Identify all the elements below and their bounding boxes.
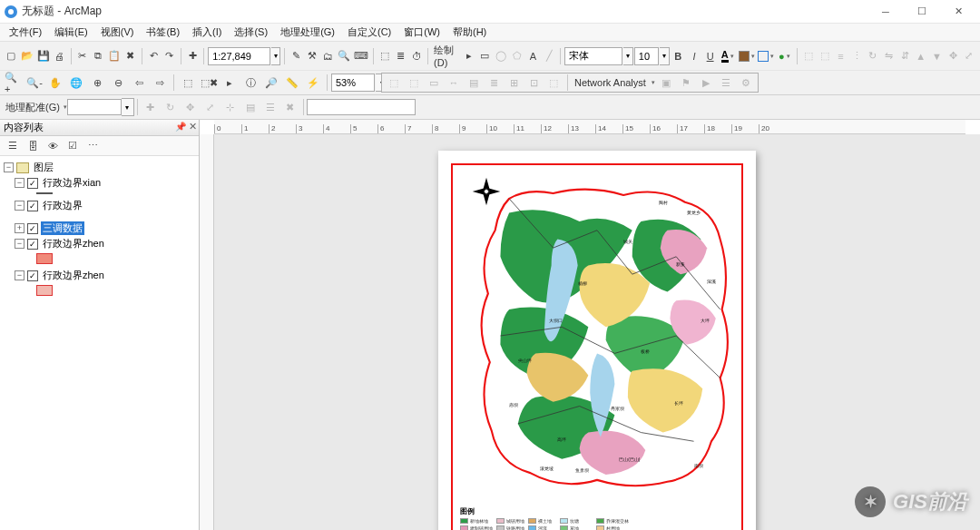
toc-list-by-selection-button[interactable]: ☑ <box>64 137 82 155</box>
na-btn-7[interactable]: ⊞ <box>505 74 523 92</box>
map-frame[interactable]: 陶村黄龙乡城关新集杨柳深溪大坝口大坪尖山坪板桥庙坝冉家坝长坪高坪巴山(巴山)南坝… <box>451 163 743 530</box>
georef-add-point-button[interactable]: ✚ <box>141 97 161 117</box>
order-front-button[interactable]: ▲ <box>913 46 928 66</box>
size-button[interactable]: ⤢ <box>961 46 976 66</box>
menu-view[interactable]: 视图(V) <box>95 24 140 41</box>
toolbox-button[interactable]: ⚒ <box>305 46 320 66</box>
legend[interactable]: 图例 耕地林地城镇用地裸土地坑塘乔灌混交林建制镇用地铁路用地河流草地村用地公路用… <box>460 506 596 530</box>
tree-layer[interactable]: − ✓ 行政边界zhen <box>4 236 195 251</box>
menu-file[interactable]: 文件(F) <box>4 24 47 41</box>
toc-list-by-source-button[interactable]: 🗄 <box>24 137 42 155</box>
delete-button[interactable]: ✖ <box>122 46 138 66</box>
add-data-button[interactable]: ✚ <box>185 46 201 66</box>
expander-icon[interactable]: − <box>15 239 24 249</box>
draw-circle-button[interactable]: ◯ <box>494 46 509 66</box>
scale-dropdown[interactable]: ▾ <box>271 47 281 65</box>
close-button[interactable]: ✕ <box>940 1 976 23</box>
nudge-button[interactable]: ✥ <box>946 46 961 66</box>
results-button[interactable]: ≣ <box>393 46 408 66</box>
layer-checkbox[interactable]: ✓ <box>27 223 38 234</box>
menu-windows[interactable]: 窗口(W) <box>398 24 446 41</box>
select-features-button[interactable]: ⬚ <box>178 73 198 93</box>
na-solve-button[interactable]: ▶ <box>697 74 715 92</box>
flip-v-button[interactable]: ⇵ <box>897 46 913 66</box>
bold-button[interactable]: B <box>671 46 686 66</box>
distribute-button[interactable]: ⋮ <box>849 46 865 66</box>
toc-list-by-visibility-button[interactable]: 👁 <box>44 137 62 155</box>
italic-button[interactable]: I <box>687 46 702 66</box>
group-button[interactable]: ⬚ <box>801 46 817 66</box>
georef-shift-button[interactable]: ✥ <box>181 97 201 117</box>
next-extent-button[interactable]: ⇨ <box>150 73 170 93</box>
save-button[interactable]: 💾 <box>35 46 51 66</box>
georef-delete-link-button[interactable]: ✖ <box>280 97 300 117</box>
tree-root[interactable]: − 图层 <box>4 160 195 175</box>
catalog-button[interactable]: 🗂 <box>320 46 336 66</box>
editor-toolbar-button[interactable]: ✎ <box>289 46 304 66</box>
measure-button[interactable]: 📏 <box>282 73 302 93</box>
expander-icon[interactable]: − <box>4 162 14 172</box>
cut-button[interactable]: ✂ <box>74 46 90 66</box>
na-btn-4[interactable]: ↔ <box>445 74 463 92</box>
menu-bookmarks[interactable]: 书签(B) <box>141 24 185 41</box>
tree-layer[interactable]: − ✓ 行政边界zhen <box>4 268 195 283</box>
toc-pin-icon[interactable]: 📌 <box>175 122 186 132</box>
copy-button[interactable]: ⧉ <box>91 46 106 66</box>
minimize-button[interactable]: ─ <box>867 1 904 23</box>
na-btn-9[interactable]: ⬚ <box>544 74 563 92</box>
select-elements-button[interactable]: ▸ <box>220 73 240 93</box>
redo-button[interactable]: ↷ <box>162 46 177 66</box>
toc-list-by-drawing-button[interactable]: ☰ <box>4 137 22 155</box>
menu-selection[interactable]: 选择(S) <box>229 24 273 41</box>
layer-checkbox[interactable]: ✓ <box>27 178 38 189</box>
draw-rect-button[interactable]: ▭ <box>477 46 493 66</box>
python-button[interactable]: ⌨ <box>353 46 369 66</box>
tree-layer[interactable]: − ✓ 行政边界 <box>4 198 195 213</box>
na-directions-button[interactable]: ☰ <box>717 74 735 92</box>
georef-table-button[interactable]: ▤ <box>240 97 260 117</box>
identify-button[interactable]: ⓘ <box>240 73 260 93</box>
font-color-button[interactable]: A▾ <box>719 47 737 65</box>
zoom-out-button[interactable]: 🔍- <box>24 73 44 93</box>
tree-layer[interactable]: + ✓ 三调数据 <box>4 221 195 236</box>
layout-view[interactable]: 01234567891011121314151617181920 <box>200 120 980 530</box>
font-family-select[interactable]: 宋体 <box>564 47 622 65</box>
ungroup-button[interactable]: ⬚ <box>818 46 833 66</box>
na-window-button[interactable]: ▣ <box>657 74 675 92</box>
na-btn-5[interactable]: ▤ <box>465 74 483 92</box>
time-slider-button[interactable]: ⏱ <box>409 46 425 66</box>
expander-icon[interactable]: + <box>15 223 24 233</box>
georef-scale-button[interactable]: ⤢ <box>201 97 220 117</box>
full-extent-button[interactable]: 🌐 <box>66 73 86 93</box>
na-btn-8[interactable]: ⊡ <box>524 74 543 92</box>
print-button[interactable]: 🖨 <box>52 46 67 66</box>
rotate-button[interactable]: ↻ <box>865 46 880 66</box>
fill-color-button[interactable]: ▾ <box>738 47 756 65</box>
hyperlink-button[interactable]: ⚡ <box>303 73 323 93</box>
prev-extent-button[interactable]: ⇦ <box>129 73 149 93</box>
layer-checkbox[interactable]: ✓ <box>27 270 38 281</box>
georef-link-button[interactable]: ⊹ <box>220 97 240 117</box>
order-back-button[interactable]: ▼ <box>929 46 945 66</box>
marker-color-button[interactable]: ●▾ <box>776 47 794 65</box>
menu-geoprocessing[interactable]: 地理处理(G) <box>275 24 340 41</box>
modelbuilder-button[interactable]: ⬚ <box>377 46 392 66</box>
na-props-button[interactable]: ⚙ <box>737 74 755 92</box>
open-button[interactable]: 📂 <box>20 46 35 66</box>
layout-page[interactable]: 陶村黄龙乡城关新集杨柳深溪大坝口大坪尖山坪板桥庙坝冉家坝长坪高坪巴山(巴山)南坝… <box>438 151 756 530</box>
na-btn-2[interactable]: ⬚ <box>405 74 423 92</box>
na-flag-button[interactable]: ⚑ <box>677 74 695 92</box>
georef-layer-dropdown[interactable]: ▾ <box>122 98 134 116</box>
toc-options-button[interactable]: ⋯ <box>83 137 102 155</box>
tree-layer[interactable]: − ✓ 行政边界xian <box>4 175 195 191</box>
align-button[interactable]: ≡ <box>833 46 848 66</box>
map-body[interactable]: 陶村黄龙乡城关新集杨柳深溪大坝口大坪尖山坪板桥庙坝冉家坝长坪高坪巴山(巴山)南坝… <box>456 169 738 503</box>
fixed-zoom-out-button[interactable]: ⊖ <box>108 73 128 93</box>
page-area[interactable]: 陶村黄龙乡城关新集杨柳深溪大坝口大坪尖山坪板桥庙坝冉家坝长坪高坪巴山(巴山)南坝… <box>214 134 980 530</box>
na-btn-6[interactable]: ≣ <box>485 74 503 92</box>
draw-line-button[interactable]: ╱ <box>542 46 557 66</box>
menu-insert[interactable]: 插入(I) <box>187 24 227 41</box>
expander-icon[interactable]: − <box>15 201 24 211</box>
expander-icon[interactable]: − <box>15 270 24 280</box>
search-button[interactable]: 🔍 <box>337 46 352 66</box>
